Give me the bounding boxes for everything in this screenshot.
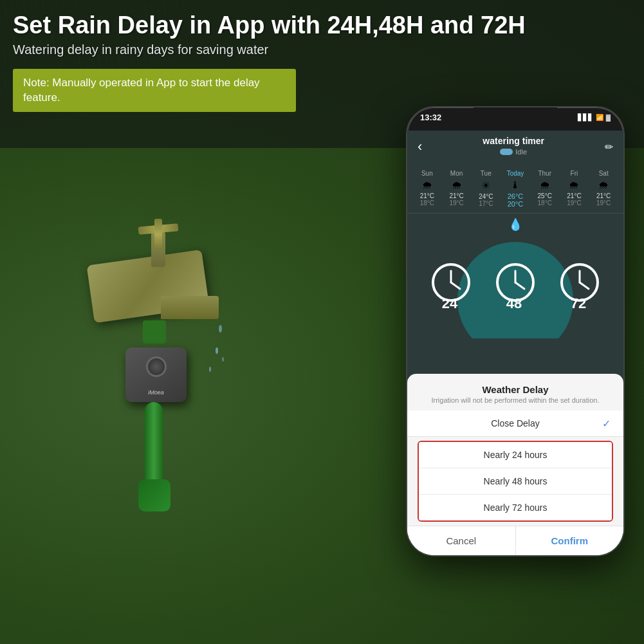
delay-circles-area: 24 48 [407, 235, 623, 338]
delay-circle-48[interactable]: 48 [483, 262, 547, 313]
svg-line-10 [515, 282, 524, 289]
temp-high-fri: 21°C [561, 192, 588, 199]
day-name-tue: Tue [481, 170, 492, 177]
clock-24-icon: 24 [425, 262, 477, 310]
temp-high-today: 26°C [502, 192, 529, 200]
home-indicator [477, 547, 554, 550]
phone-container: 13:32 ▋▋▋ 📶 ▓ ‹ watering timer Idle [406, 106, 625, 557]
weather-icon-sat: 🌧 [590, 179, 617, 191]
timer-button [146, 356, 167, 377]
weather-icon-tue: ☀ [472, 179, 499, 192]
faucet-area: iMoea [26, 219, 257, 540]
day-name-today: Today [507, 170, 524, 177]
edit-button[interactable]: ✏ [605, 141, 613, 153]
weather-delay-modal: Weather Delay Irrigation will not be per… [407, 374, 623, 555]
app-status-badge: Idle [500, 148, 527, 156]
weather-row: Sun 🌧 21°C 18°C Mon 🌧 21°C 19°C Tue ☀ [407, 161, 623, 214]
timer-logo: iMoea [148, 389, 164, 396]
page-content: Set Rain Delay in App with 24H,48H and 7… [0, 0, 644, 644]
hose-vertical [145, 402, 163, 486]
status-bar: 13:32 ▋▋▋ 📶 ▓ [420, 113, 611, 122]
delay-circle-72[interactable]: 72 [547, 262, 612, 313]
day-name-sat: Sat [599, 170, 609, 177]
svg-text:48: 48 [506, 295, 522, 310]
option-48h-label: Nearly 48 hours [484, 476, 547, 486]
temp-low-today: 20°C [502, 200, 529, 208]
modal-title: Weather Delay [407, 384, 623, 395]
temp-low-fri: 19°C [561, 199, 588, 207]
temp-low-mon: 19°C [443, 199, 470, 207]
weather-icon-today: 🌡 [502, 179, 529, 191]
temp-high-sun: 21°C [414, 192, 441, 199]
svg-line-14 [580, 282, 589, 289]
temp-low-sun: 18°C [414, 199, 441, 207]
option-72h-label: Nearly 72 hours [484, 502, 547, 513]
battery-icon: ▓ [606, 114, 611, 121]
temp-low-tue: 17°C [472, 200, 499, 207]
weather-day-today: Today 🌡 26°C 20°C [501, 165, 530, 209]
svg-text:24: 24 [442, 295, 458, 310]
weather-icon-mon: 🌧 [443, 179, 470, 191]
weather-day-mon: Mon 🌧 21°C 19°C [442, 165, 472, 209]
temp-high-tue: 24°C [472, 193, 499, 200]
option-48h[interactable]: Nearly 48 hours [419, 468, 612, 495]
cancel-button[interactable]: Cancel [407, 526, 515, 555]
svg-text:72: 72 [571, 295, 586, 310]
day-name-thu: Thur [538, 170, 551, 177]
temp-high-sat: 21°C [590, 192, 617, 199]
app-screen: ‹ watering timer Idle ✏ Sun 🌧 [407, 131, 623, 555]
app-title: watering timer [422, 136, 605, 146]
temp-high-thu: 25°C [531, 192, 558, 199]
weather-day-fri: Fri 🌧 21°C 19°C [560, 165, 589, 209]
modal-subtitle: Irrigation will not be performed within … [407, 396, 623, 404]
boxed-options: Nearly 24 hours Nearly 48 hours Nearly 7… [418, 441, 613, 522]
app-status-text: Idle [515, 148, 527, 156]
timer-device: iMoea [125, 347, 187, 402]
weather-icon-fri: 🌧 [561, 179, 588, 191]
weather-day-thu: Thur 🌧 25°C 18°C [530, 165, 560, 209]
faucet-spout [161, 296, 219, 319]
status-indicator [500, 149, 513, 155]
weather-icon-thu: 🌧 [531, 179, 558, 191]
day-name-fri: Fri [571, 170, 578, 177]
day-name-sun: Sun [421, 170, 433, 177]
temp-high-mon: 21°C [443, 192, 470, 199]
option-24h-label: Nearly 24 hours [484, 450, 547, 460]
modal-buttons: Cancel Confirm [407, 526, 623, 555]
signal-icon: ▋▋▋ [578, 114, 593, 121]
weather-day-sun: Sun 🌧 21°C 18°C [412, 165, 442, 209]
hose-coupling [138, 479, 170, 511]
close-delay-option[interactable]: Close Delay ✓ [407, 410, 623, 437]
weather-day-tue: Tue ☀ 24°C 17°C [471, 165, 501, 209]
app-header: ‹ watering timer Idle ✏ [407, 131, 623, 161]
faucet-handle-v [154, 219, 162, 250]
wifi-icon: 📶 [596, 114, 603, 121]
clock-48-icon: 48 [490, 262, 541, 310]
status-icons: ▋▋▋ 📶 ▓ [578, 114, 611, 121]
checkmark-icon: ✓ [602, 418, 611, 430]
temp-low-thu: 18°C [531, 199, 558, 207]
subtitle: Watering delay in rainy days for saving … [13, 42, 631, 57]
phone-frame: 13:32 ▋▋▋ 📶 ▓ ‹ watering timer Idle [406, 106, 625, 557]
option-24h[interactable]: Nearly 24 hours [419, 442, 612, 468]
app-title-section: watering timer Idle [422, 136, 605, 158]
back-button[interactable]: ‹ [418, 138, 422, 155]
clock-72-icon: 72 [554, 262, 605, 310]
close-delay-label: Close Delay [491, 418, 539, 428]
water-drop-indicator: 💧 [508, 218, 522, 231]
confirm-button[interactable]: Confirm [515, 526, 624, 555]
weather-icon-sun: 🌧 [414, 179, 441, 191]
svg-line-6 [451, 282, 460, 289]
note-text: Note: Manually operated in App to start … [23, 77, 260, 104]
note-box: Note: Manually operated in App to start … [13, 69, 296, 113]
option-72h[interactable]: Nearly 72 hours [419, 495, 612, 520]
day-name-mon: Mon [450, 170, 463, 177]
header-section: Set Rain Delay in App with 24H,48H and 7… [0, 0, 644, 62]
delay-circle-24[interactable]: 24 [419, 262, 483, 313]
temp-low-sat: 19°C [590, 199, 617, 207]
weather-day-sat: Sat 🌧 21°C 19°C [589, 165, 618, 209]
main-title: Set Rain Delay in App with 24H,48H and 7… [13, 12, 631, 40]
status-time: 13:32 [420, 113, 441, 122]
hose-connector-top [143, 320, 166, 344]
